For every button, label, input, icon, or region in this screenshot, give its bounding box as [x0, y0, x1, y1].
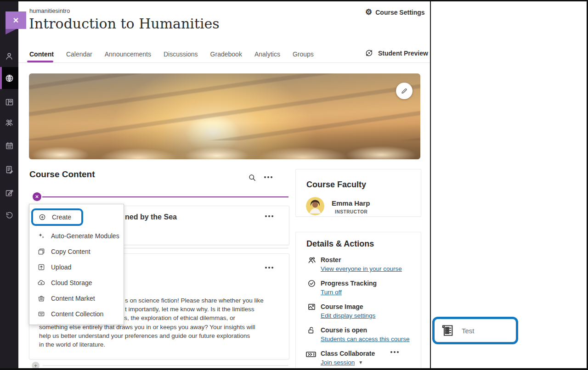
cloud-icon: [37, 279, 45, 287]
section-title-course-content: Course Content: [29, 169, 95, 179]
progress-tracking-label: Progress Tracking: [321, 280, 377, 287]
app-sidebar: [0, 0, 18, 370]
upload-icon: [37, 263, 45, 271]
plus-circle-icon: [38, 213, 46, 221]
content-item-title[interactable]: ned by the Sea: [125, 213, 177, 221]
window-border-bottom: [0, 368, 588, 370]
collaborate-icon: [305, 349, 315, 359]
chevron-down-icon: ▼: [358, 360, 363, 365]
collaborate-overflow-menu[interactable]: [390, 351, 399, 353]
tab-announcements[interactable]: Announcements: [105, 50, 151, 58]
menu-item-auto-generate-modules[interactable]: Auto-Generate Modules: [29, 228, 124, 244]
people-icon: [307, 255, 317, 265]
menu-item-content-collection[interactable]: Content Collection: [29, 306, 124, 322]
course-content-overflow-menu[interactable]: [264, 176, 272, 178]
student-preview-icon: [364, 48, 374, 58]
basket-icon: [37, 294, 45, 303]
page-title: Introduction to Humanities: [29, 16, 220, 32]
menu-item-content-market[interactable]: Content Market: [29, 291, 124, 306]
tab-calendar[interactable]: Calendar: [66, 50, 92, 58]
class-collaborate-label: Class Collaborate: [321, 350, 375, 357]
tab-discussions[interactable]: Discussions: [164, 50, 198, 58]
roster-label: Roster: [321, 256, 341, 263]
content-item-overflow-menu[interactable]: [265, 215, 273, 217]
tabbar-divider: [18, 62, 430, 63]
menu-item-cloud-storage[interactable]: Cloud Storage: [29, 275, 124, 291]
menu-item-create[interactable]: Create: [29, 206, 124, 228]
avatar[interactable]: [306, 197, 324, 215]
menu-item-upload[interactable]: Upload: [29, 259, 124, 275]
course-settings-button[interactable]: ⚙ Course Settings: [365, 8, 425, 16]
tab-gradebook[interactable]: Gradebook: [210, 50, 242, 58]
banner-cloud-layer: [29, 123, 420, 159]
add-content-line: [43, 365, 288, 366]
sparkle-icon: [37, 232, 45, 240]
calendar-icon[interactable]: [0, 135, 18, 156]
course-banner-image: [29, 73, 420, 159]
details-actions-title: Details & Actions: [306, 239, 374, 249]
badge-fold: [6, 29, 17, 34]
organizations-icon[interactable]: [0, 112, 18, 133]
course-id: humanitiesintro: [29, 7, 70, 14]
test-icon: [440, 323, 455, 338]
student-preview-button[interactable]: Student Preview: [364, 48, 428, 58]
add-content-menu: Create Auto-Generate Modules Copy Conten…: [29, 204, 124, 325]
image-icon: [307, 302, 317, 312]
tab-groups[interactable]: Groups: [293, 50, 314, 58]
search-icon[interactable]: [248, 173, 257, 182]
close-panel-button[interactable]: ✕: [6, 11, 26, 29]
courses-icon[interactable]: [0, 92, 18, 112]
progress-circle-icon: [307, 279, 317, 289]
gear-icon: ⚙: [365, 8, 372, 16]
tab-analytics[interactable]: Analytics: [254, 50, 280, 58]
gradebook-icon[interactable]: [0, 159, 18, 179]
course-open-link[interactable]: Students can access this course: [321, 336, 410, 342]
progress-tracking-link[interactable]: Turn off: [321, 289, 342, 296]
keyboard-focus-highlight: Create: [31, 208, 83, 226]
create-item-test[interactable]: Test: [432, 317, 518, 344]
globe-icon: [0, 68, 18, 88]
pencil-icon: [401, 87, 408, 95]
course-image-label: Course Image: [321, 303, 363, 310]
join-session-link[interactable]: Join session▼: [321, 359, 363, 366]
edit-banner-button[interactable]: [396, 83, 413, 99]
profile-icon[interactable]: [0, 46, 18, 66]
faculty-role-badge: INSTRUCTOR: [335, 209, 368, 214]
menu-item-copy-content[interactable]: Copy Content: [29, 244, 124, 259]
copy-icon: [37, 247, 45, 256]
insert-content-line: [42, 196, 288, 197]
blackboard-course-screen: ✕ humanitiesintro Introduction to Humani…: [0, 0, 588, 370]
sidebar-active-item[interactable]: [0, 67, 18, 89]
course-image-link[interactable]: Edit display settings: [321, 312, 375, 319]
create-item-panel: [430, 1, 588, 368]
window-border-top: [0, 0, 588, 1]
faculty-name: Emma Harp: [332, 199, 370, 207]
close-icon: ✕: [13, 16, 19, 25]
compose-icon[interactable]: [0, 183, 18, 203]
content-item-overflow-menu[interactable]: [265, 267, 273, 269]
collection-icon: [37, 310, 45, 318]
roster-link[interactable]: View everyone in your course: [321, 265, 402, 272]
tab-content[interactable]: Content: [29, 50, 54, 58]
course-tabs: Content Calendar Announcements Discussio…: [29, 46, 314, 62]
unlock-icon: [307, 325, 317, 336]
insert-content-close-button[interactable]: ✕: [33, 192, 41, 201]
sign-out-icon[interactable]: [0, 205, 18, 225]
course-open-label: Course is open: [321, 326, 367, 334]
course-faculty-title: Course Faculty: [306, 180, 366, 190]
